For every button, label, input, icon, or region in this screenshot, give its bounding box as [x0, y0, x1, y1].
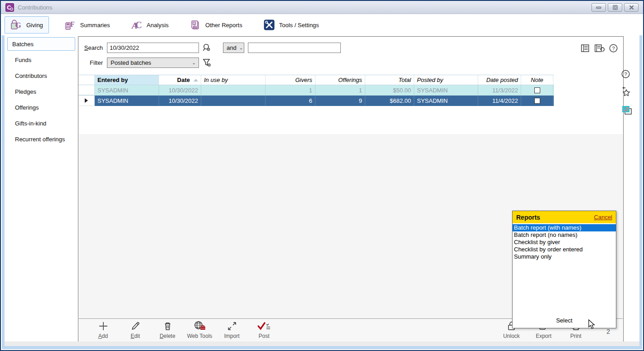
add-button[interactable]: Add — [87, 321, 119, 339]
column-header-entered-by[interactable]: Entered by — [95, 75, 159, 85]
cell-entered-by: SYSADMIN — [95, 85, 159, 95]
column-header-note[interactable]: Note — [521, 75, 553, 85]
help-icon[interactable]: ? — [609, 44, 618, 53]
svg-text:C: C — [135, 20, 141, 30]
nav-label: Giving — [26, 22, 43, 29]
nav-label: Analysis — [147, 22, 169, 29]
note-checkbox[interactable] — [534, 98, 540, 104]
report-option-batch-no-names[interactable]: Batch report (no names) — [513, 231, 616, 239]
operator-value: and — [227, 44, 237, 51]
cell-date: 10/30/2022 — [159, 85, 201, 95]
column-header-in-use-by[interactable]: In use by — [201, 75, 266, 85]
cell-total: $50.00 — [365, 85, 414, 95]
row-selector-cell[interactable] — [78, 85, 95, 95]
filter-row: Filter Posted batches ⌄ — [83, 58, 212, 68]
column-header-posted-by[interactable]: Posted by — [414, 75, 478, 85]
nav-tab-other-reports[interactable]: R Other Reports — [184, 16, 248, 34]
search-input[interactable] — [107, 43, 199, 53]
nav-tab-summaries[interactable]: F Summaries — [59, 16, 116, 34]
webtools-button[interactable]: Web Tools — [184, 321, 216, 339]
webtools-globe-icon — [194, 321, 206, 332]
report-option-checklist-by-giver[interactable]: Checklist by giver — [513, 239, 616, 246]
svg-text:R: R — [193, 22, 195, 25]
reports-list: Batch report (with names) Batch report (… — [513, 223, 616, 260]
maximize-button[interactable] — [608, 3, 622, 12]
sidebar-item-gifts-in-kind[interactable]: Gifts-in-kind — [7, 116, 75, 130]
table-row-selected[interactable]: SYSADMIN 10/30/2022 6 9 $682.00 SYSADMIN… — [78, 96, 554, 106]
close-button[interactable] — [624, 3, 639, 12]
cell-in-use-by — [201, 96, 266, 106]
pop-in-window-icon[interactable] — [621, 105, 633, 116]
import-arrows-icon — [227, 321, 237, 332]
sidebar-item-pledges[interactable]: Pledges — [7, 85, 75, 98]
search-operator-dropdown[interactable]: and ⌄ — [223, 43, 244, 53]
column-header-givers[interactable]: Givers — [266, 75, 315, 85]
summaries-icon: F — [64, 19, 76, 31]
sidebar-item-contributors[interactable]: Contributors — [7, 69, 75, 82]
column-header-total[interactable]: Total — [365, 75, 414, 85]
sidebar-item-batches[interactable]: Batches — [7, 37, 75, 51]
nav-tab-tools-settings[interactable]: Tools / Settings — [258, 16, 324, 34]
report-option-summary-only[interactable]: Summary only — [513, 253, 616, 260]
app-window: C Contributions G Giving — [0, 0, 644, 351]
mouse-cursor — [588, 319, 597, 329]
column-header-date-posted[interactable]: Date posted — [478, 75, 521, 85]
sidebar-item-label: Recurrent offerings — [15, 136, 65, 143]
right-rail: ? — [620, 70, 636, 160]
favorite-star-icon[interactable] — [621, 86, 631, 97]
filter-dropdown[interactable]: Posted batches ⌄ — [107, 58, 199, 68]
app-icon: C — [5, 3, 14, 12]
cell-date: 10/30/2022 — [159, 96, 201, 106]
column-header-offerings[interactable]: Offerings — [315, 75, 365, 85]
toolbar-label: Post — [258, 333, 269, 339]
list-view-icon[interactable] — [581, 44, 590, 53]
delete-button[interactable]: Delete — [151, 321, 184, 339]
import-button[interactable]: Import — [216, 321, 248, 339]
cell-entered-by: SYSADMIN — [95, 96, 159, 106]
filter-value: Posted batches — [111, 59, 151, 66]
row-selector-cell[interactable] — [78, 96, 95, 106]
sidebar-item-funds[interactable]: Funds — [7, 53, 75, 67]
edit-button[interactable]: Edit — [119, 321, 151, 339]
cell-note — [521, 96, 553, 106]
sidebar-item-label: Pledges — [15, 88, 36, 95]
cell-offerings: 1 — [315, 85, 365, 95]
column-header-date[interactable]: Date — [159, 75, 201, 85]
main-nav: G Giving F Summaries A C Analysis — [2, 14, 642, 35]
sidebar-item-offerings[interactable]: Offerings — [7, 101, 75, 114]
report-option-batch-with-names[interactable]: Batch report (with names) — [513, 224, 616, 231]
nav-label: Summaries — [80, 22, 110, 29]
cell-givers: 6 — [266, 96, 315, 106]
sidebar-item-label: Funds — [15, 57, 31, 63]
note-checkbox[interactable] — [534, 87, 540, 93]
table-row[interactable]: SYSADMIN 10/30/2022 1 1 $50.00 SYSADMIN … — [78, 85, 554, 96]
toolbar-label: Import — [224, 333, 239, 339]
nav-label: Other Reports — [205, 22, 242, 29]
nav-tab-analysis[interactable]: A C Analysis — [126, 16, 174, 34]
minimize-button[interactable] — [591, 3, 606, 12]
cell-posted-by: SYSADMIN — [414, 96, 478, 106]
batches-table: Entered by Date In use by Givers Offerin… — [78, 75, 554, 106]
filter-icon[interactable] — [203, 58, 212, 67]
list-refresh-icon[interactable] — [595, 44, 605, 53]
sidebar-item-recurrent-offerings[interactable]: Recurrent offerings — [7, 132, 75, 146]
search-label: Search — [83, 44, 103, 51]
toolbar-label: Print — [570, 333, 581, 339]
cell-date-posted: 11/3/2022 — [478, 85, 521, 95]
help-icon[interactable]: ? — [621, 70, 630, 78]
toolbar-label: Web Tools — [187, 333, 213, 339]
cancel-link[interactable]: Cancel — [594, 214, 612, 221]
search-input-secondary[interactable] — [248, 43, 341, 53]
record-count: 2 — [606, 328, 610, 335]
plus-icon — [98, 321, 109, 332]
search-icon[interactable] — [203, 43, 211, 53]
sidebar-item-label: Offerings — [15, 104, 39, 111]
post-button[interactable]: Post — [248, 321, 280, 339]
titlebar: C Contributions — [1, 1, 643, 14]
nav-tab-giving[interactable]: G Giving — [5, 16, 49, 34]
select-button[interactable]: Select — [513, 317, 616, 324]
svg-text:?: ? — [612, 46, 615, 51]
window-title: Contributions — [18, 4, 53, 11]
cell-givers: 1 — [266, 85, 315, 95]
report-option-checklist-by-order[interactable]: Checklist by order entered — [513, 246, 616, 253]
